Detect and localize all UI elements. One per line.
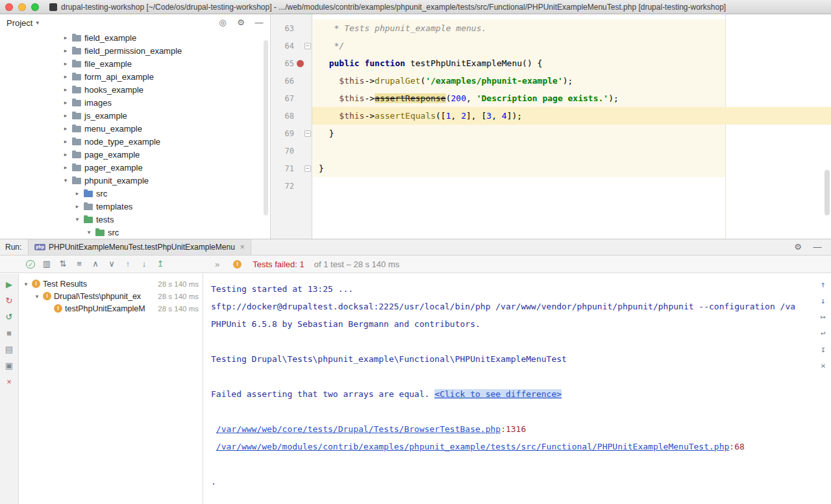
project-item-js_example[interactable]: ▸js_example bbox=[0, 109, 270, 122]
console-link[interactable]: <Click to see difference> bbox=[434, 389, 562, 399]
scroll-to-end-icon[interactable]: ↧ bbox=[819, 345, 828, 354]
sort-by-duration-icon[interactable]: ⇅ bbox=[58, 259, 68, 269]
scroll-to-bottom-icon[interactable]: ↓ bbox=[819, 296, 828, 306]
settings-icon[interactable]: ⚙ bbox=[793, 243, 802, 252]
hide-panel-icon[interactable]: — bbox=[254, 18, 264, 27]
project-item-file_example[interactable]: ▸file_example bbox=[0, 57, 270, 70]
test-tree-item[interactable]: ▾!Drupal\Tests\phpunit_ex28 s 140 ms bbox=[19, 290, 203, 302]
code-text[interactable]: $this->assertEquals([1, 2], [3, 4]); bbox=[312, 107, 831, 125]
project-item-field_example[interactable]: ▸field_example bbox=[0, 31, 270, 44]
code-text[interactable]: * Tests phpunit_example menus. bbox=[312, 19, 831, 37]
test-history-icon[interactable]: ▤ bbox=[5, 345, 14, 354]
chevron-right-icon[interactable]: ▸ bbox=[62, 151, 69, 158]
chevron-down-icon[interactable]: ▾ bbox=[36, 19, 39, 26]
code-text[interactable]: $this->assertResponse(200, 'Description … bbox=[312, 90, 831, 107]
chevron-down-icon[interactable]: ▾ bbox=[34, 293, 40, 300]
run-tab[interactable]: php PHPUnitExampleMenuTest.testPhpUnitEx… bbox=[28, 239, 251, 255]
code-text[interactable]: public function testPhpUnitExampleMenu()… bbox=[312, 54, 831, 72]
console-link[interactable]: /var/www/web/modules/contrib/examples/ph… bbox=[216, 442, 730, 451]
test-console[interactable]: Testing started at 13:25 ...sftp://docke… bbox=[203, 274, 831, 504]
rerun-failed-tests-icon[interactable]: ↻ bbox=[5, 296, 14, 306]
project-item-pager_example[interactable]: ▸pager_example bbox=[0, 161, 270, 174]
expand-all-icon[interactable]: ∧ bbox=[91, 259, 100, 269]
project-item-menu_example[interactable]: ▸menu_example bbox=[0, 122, 270, 135]
chevron-down-icon[interactable]: ▾ bbox=[86, 229, 92, 235]
close-icon[interactable]: × bbox=[240, 243, 245, 252]
chevron-right-icon[interactable]: ▸ bbox=[62, 34, 69, 41]
console-text: . bbox=[211, 477, 216, 486]
pin-tab-icon[interactable]: ▣ bbox=[5, 361, 14, 370]
code-text[interactable]: $this->drupalGet('/examples/phpunit-exam… bbox=[312, 72, 831, 90]
project-item-tests[interactable]: ▾tests bbox=[0, 213, 270, 226]
code-text[interactable]: } bbox=[312, 125, 831, 142]
console-link[interactable]: /var/www/web/core/tests/Drupal/Tests/Bro… bbox=[216, 424, 501, 434]
rerun-tests-icon[interactable]: ▶ bbox=[5, 280, 14, 289]
soft-wrap-icon[interactable]: ↩ bbox=[819, 329, 828, 338]
hide-panel-icon[interactable]: — bbox=[813, 243, 822, 252]
project-tree-scrollbar[interactable] bbox=[264, 40, 268, 215]
console-text: PHPUnit 6.5.8 by Sebastian Bergmann and … bbox=[211, 319, 480, 329]
settings-icon[interactable]: ⚙ bbox=[236, 18, 245, 27]
chevron-down-icon[interactable]: ▾ bbox=[62, 177, 69, 184]
project-item-images[interactable]: ▸images bbox=[0, 96, 270, 109]
project-item-form_api_example[interactable]: ▸form_api_example bbox=[0, 70, 270, 83]
code-text[interactable]: } bbox=[312, 160, 831, 177]
project-item-src[interactable]: ▾src bbox=[0, 226, 270, 239]
test-tree-item[interactable]: !testPhpUnitExampleM28 s 140 ms bbox=[19, 302, 203, 315]
stop-icon[interactable]: ■ bbox=[5, 329, 14, 338]
editor-scrollbar[interactable] bbox=[825, 170, 830, 215]
chevron-right-icon[interactable]: ▸ bbox=[62, 73, 69, 80]
project-item-phpunit_example[interactable]: ▾phpunit_example bbox=[0, 174, 270, 187]
chevron-right-icon[interactable]: ▸ bbox=[62, 60, 69, 67]
window-minimize-button[interactable] bbox=[18, 3, 26, 11]
project-item-page_example[interactable]: ▸page_example bbox=[0, 148, 270, 161]
chevron-right-icon[interactable]: ▸ bbox=[62, 99, 69, 106]
code-text[interactable]: */ bbox=[312, 37, 831, 54]
export-console-icon[interactable]: ↦ bbox=[819, 313, 828, 322]
window-close-button[interactable] bbox=[5, 3, 13, 11]
console-line: PHPUnit 6.5.8 by Sebastian Bergmann and … bbox=[211, 315, 809, 333]
chevron-right-icon[interactable]: ▸ bbox=[62, 138, 69, 145]
project-item-hooks_example[interactable]: ▸hooks_example bbox=[0, 83, 270, 96]
chevron-right-icon[interactable]: ▸ bbox=[74, 190, 81, 197]
show-console-icon[interactable]: ▥ bbox=[42, 259, 51, 269]
chevron-right-icon[interactable]: ▸ bbox=[62, 86, 69, 93]
close-tab-icon[interactable]: × bbox=[5, 378, 14, 387]
fold-icon[interactable]: − bbox=[304, 130, 311, 137]
toggle-auto-test-icon[interactable]: ↺ bbox=[5, 313, 14, 322]
project-item-label: pager_example bbox=[84, 163, 143, 173]
test-tree-item[interactable]: ▾!Test Results28 s 140 ms bbox=[19, 278, 203, 290]
chevron-right-icon[interactable]: ▸ bbox=[62, 125, 69, 132]
project-item-label: page_example bbox=[84, 150, 140, 160]
chevron-right-icon[interactable]: ▸ bbox=[62, 47, 69, 54]
next-failed-test-icon[interactable]: ↓ bbox=[140, 259, 149, 269]
chevron-right-icon[interactable]: ▸ bbox=[62, 164, 69, 171]
chevron-down-icon[interactable]: ▾ bbox=[23, 281, 29, 287]
console-line: Testing started at 13:25 ... bbox=[211, 280, 809, 298]
test-failed-icon: ! bbox=[43, 292, 51, 300]
toolbar-overflow-icon[interactable]: » bbox=[215, 259, 219, 269]
collapse-all-icon[interactable]: ∨ bbox=[107, 259, 116, 269]
project-item-node_type_example[interactable]: ▸node_type_example bbox=[0, 135, 270, 148]
window-zoom-button[interactable] bbox=[31, 3, 39, 11]
fold-icon[interactable]: − bbox=[304, 43, 311, 49]
test-failed-gutter-icon[interactable] bbox=[297, 60, 304, 67]
fold-icon[interactable]: − bbox=[304, 165, 311, 172]
project-item-field_permission_example[interactable]: ▸field_permission_example bbox=[0, 44, 270, 57]
project-item-templates[interactable]: ▸templates bbox=[0, 200, 270, 213]
chevron-right-icon[interactable]: ▸ bbox=[62, 112, 69, 119]
code-text[interactable] bbox=[312, 142, 831, 160]
chevron-down-icon[interactable]: ▾ bbox=[74, 216, 81, 222]
line-number: 68 bbox=[285, 112, 294, 121]
scroll-to-top-icon[interactable]: ↑ bbox=[819, 280, 828, 289]
show-passed-icon[interactable]: ✓ bbox=[26, 260, 35, 269]
sort-alphabetically-icon[interactable]: ≡ bbox=[75, 259, 84, 269]
import-test-results-icon[interactable]: ↥ bbox=[156, 259, 165, 269]
clear-console-icon[interactable]: × bbox=[819, 361, 828, 370]
previous-failed-test-icon[interactable]: ↑ bbox=[123, 259, 132, 269]
select-opened-file-icon[interactable]: ◎ bbox=[218, 18, 227, 27]
project-panel-header[interactable]: Project ▾ ◎⚙— bbox=[0, 14, 270, 31]
project-item-src[interactable]: ▸src bbox=[0, 187, 270, 200]
code-text[interactable] bbox=[312, 177, 831, 195]
chevron-right-icon[interactable]: ▸ bbox=[74, 203, 81, 210]
